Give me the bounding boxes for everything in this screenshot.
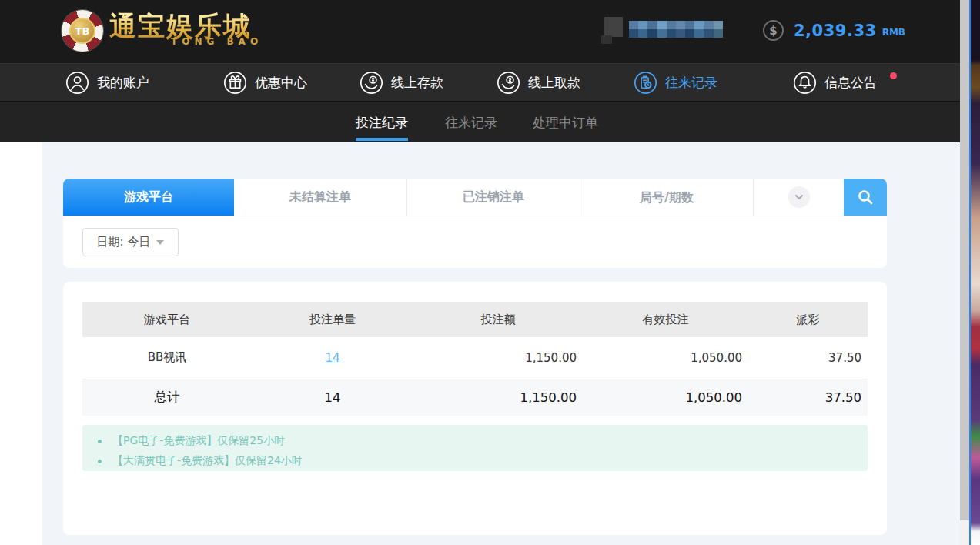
betting-records-page: TB 通宝娱乐城 TONG BAO $ 2,039.33 RMB 我的账户: [0, 0, 980, 545]
site-logo[interactable]: TB 通宝娱乐城 TONG BAO: [62, 10, 263, 52]
cell-valid: 1,050.00: [583, 337, 748, 379]
total-valid: 1,050.00: [583, 379, 748, 416]
nav-label: 我的账户: [97, 74, 149, 92]
search-icon: [856, 188, 875, 206]
bet-count-link[interactable]: 14: [325, 351, 339, 365]
nav-label: 线上存款: [391, 74, 443, 92]
nav-item-promotions[interactable]: 优惠中心: [223, 64, 307, 101]
total-count: 14: [252, 379, 413, 416]
filter-tab-game-platform[interactable]: 游戏平台: [63, 179, 234, 216]
notes-box: 【PG电子-免费游戏】仅保留25小时 【大满贯电子-免费游戏】仅保留24小时: [82, 425, 868, 471]
table-total-row: 总计 14 1,150.00 1,050.00 37.50: [82, 379, 868, 416]
subtab-label: 往来记录: [445, 114, 497, 132]
subtab-label: 处理中订单: [533, 114, 598, 132]
balance-amount: 2,039.33: [794, 22, 877, 40]
table-row: BB视讯 14 1,150.00 1,050.00 37.50: [82, 337, 868, 379]
account-balance: $ 2,039.33 RMB: [763, 20, 905, 41]
expand-dropdown-button[interactable]: [754, 179, 844, 216]
chevron-down-icon: [788, 186, 810, 208]
note-text: 【PG电子-免费游戏】仅保留25小时: [112, 434, 285, 448]
vertical-scrollbar[interactable]: [960, 0, 969, 545]
col-header-amount: 投注额: [413, 302, 583, 337]
bell-icon: [793, 71, 817, 95]
cell-payout: 37.50: [748, 337, 868, 379]
subtab-transaction-records[interactable]: 往来记录: [445, 102, 497, 142]
col-header-platform: 游戏平台: [82, 302, 252, 337]
subtab-betting-records[interactable]: 投注纪录: [356, 102, 408, 142]
nav-item-deposit[interactable]: 线上存款: [360, 64, 443, 101]
records-icon: [634, 71, 657, 95]
filter-tabs: 游戏平台 未结算注单 已注销注单: [63, 179, 887, 216]
filter-tab-cancelled[interactable]: 已注销注单: [407, 179, 580, 216]
bullet-icon: [98, 440, 102, 443]
nav-label: 优惠中心: [255, 74, 307, 92]
filter-tab-unsettled[interactable]: 未结算注单: [234, 179, 407, 216]
subtab-processing-orders[interactable]: 处理中订单: [533, 102, 598, 142]
censored-block: [604, 17, 623, 37]
filter-card: 游戏平台 未结算注单 已注销注单: [63, 179, 887, 268]
nav-item-withdraw[interactable]: 线上取款: [497, 64, 580, 101]
nav-item-my-account[interactable]: 我的账户: [65, 64, 149, 101]
chip-label: TB: [69, 18, 95, 44]
top-header: TB 通宝娱乐城 TONG BAO $ 2,039.33 RMB: [0, 0, 960, 63]
main-nav: 我的账户 优惠中心 线上存款 线上取款: [0, 63, 960, 102]
total-payout: 37.50: [748, 379, 868, 416]
user-icon: [65, 71, 89, 95]
search-button[interactable]: [844, 179, 887, 216]
total-label: 总计: [82, 379, 252, 416]
nav-label: 信息公告: [824, 74, 877, 92]
content-area: 游戏平台 未结算注单 已注销注单: [42, 142, 960, 545]
bullet-icon: [98, 460, 102, 463]
filter-tab-label: 已注销注单: [463, 189, 524, 206]
betting-summary-table: 游戏平台 投注单量 投注额 有效投注 派彩 BB视讯 14 1,150.00 1…: [82, 302, 868, 416]
notification-dot: [890, 72, 897, 79]
total-amount: 1,150.00: [413, 379, 583, 416]
poker-chip-icon: TB: [62, 10, 103, 52]
col-header-payout: 派彩: [748, 302, 868, 337]
censored-block: [601, 35, 612, 44]
date-filter-label: 日期: 今日: [97, 235, 151, 249]
nav-label: 线上取款: [528, 74, 580, 92]
caret-down-icon: [156, 240, 164, 245]
note-item: 【PG电子-免费游戏】仅保留25小时: [93, 431, 868, 451]
withdraw-icon: [497, 71, 520, 95]
col-header-valid: 有效投注: [583, 302, 748, 337]
table-header-row: 游戏平台 投注单量 投注额 有效投注 派彩: [82, 302, 868, 337]
gift-icon: [223, 71, 247, 95]
filter-tab-label: 游戏平台: [124, 189, 173, 206]
nav-item-announcements[interactable]: 信息公告: [793, 64, 877, 101]
nav-label: 往来记录: [665, 74, 717, 92]
cell-platform: BB视讯: [82, 337, 252, 379]
background-window-sliver: [969, 0, 980, 545]
scrollbar-thumb[interactable]: [960, 0, 969, 520]
cell-amount: 1,150.00: [413, 337, 583, 379]
note-text: 【大满贯电子-免费游戏】仅保留24小时: [112, 454, 303, 468]
note-item: 【大满贯电子-免费游戏】仅保留24小时: [93, 451, 868, 471]
nav-item-transaction-records[interactable]: 往来记录: [634, 64, 717, 101]
deposit-icon: [360, 71, 383, 95]
round-number-input[interactable]: [580, 179, 753, 216]
balance-currency: RMB: [882, 27, 905, 38]
results-card: 游戏平台 投注单量 投注额 有效投注 派彩 BB视讯 14 1,150.00 1…: [63, 282, 887, 535]
col-header-count: 投注单量: [252, 302, 413, 337]
round-input-cell: [580, 179, 754, 216]
censored-username: [629, 21, 723, 38]
sub-nav: 投注纪录 往来记录 处理中订单: [0, 102, 960, 142]
date-filter-button[interactable]: 日期: 今日: [82, 228, 179, 256]
dollar-icon: $: [763, 20, 784, 41]
subtab-label: 投注纪录: [356, 114, 408, 132]
filter-tab-label: 未结算注单: [289, 189, 351, 206]
